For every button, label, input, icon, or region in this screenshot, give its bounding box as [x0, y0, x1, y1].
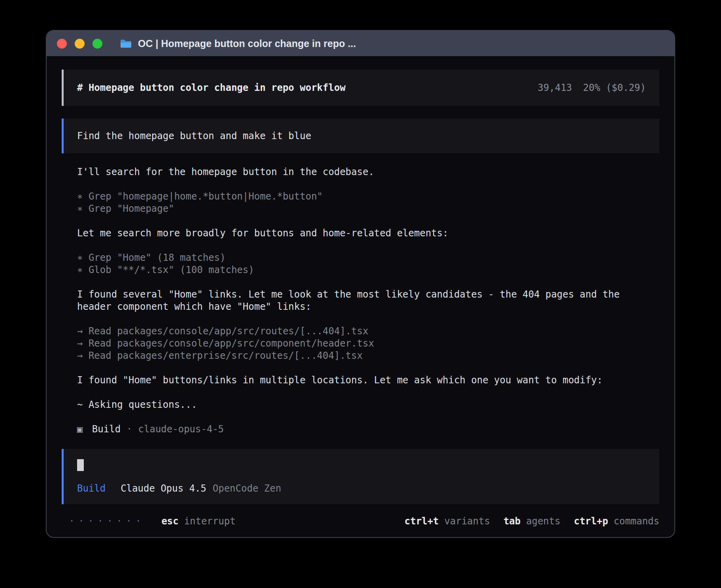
agent-status-icon: ▣ — [77, 423, 83, 435]
user-message-text: Find the homepage button and make it blu… — [77, 130, 311, 141]
traffic-lights — [57, 39, 102, 49]
shortcut-label: variants — [444, 516, 490, 527]
provider-label: OpenCode Zen — [213, 483, 281, 494]
close-button[interactable] — [57, 39, 67, 49]
tool-call-group: ∗ Grep "Home" (18 matches) ∗ Glob "**/*.… — [77, 252, 659, 276]
prompt-input[interactable]: Build Claude Opus 4.5 OpenCode Zen — [62, 449, 659, 504]
assistant-text: I found "Home" buttons/links in multiple… — [77, 374, 659, 386]
session-header: # Homepage button color change in repo w… — [62, 70, 659, 106]
shortcut-key: ctrl+p — [574, 516, 608, 527]
text-cursor — [77, 459, 84, 471]
tool-call-grep: ∗ Grep "Home" (18 matches) — [77, 252, 659, 264]
tool-call-glob: ∗ Glob "**/*.tsx" (100 matches) — [77, 264, 659, 276]
session-stats: 39,413 20% ($0.29) — [538, 82, 646, 93]
assistant-text: I'll search for the homepage button in t… — [77, 166, 659, 178]
agent-status-line: ▣ Build · claude-opus-4-5 — [77, 423, 659, 435]
zoom-button[interactable] — [92, 39, 102, 49]
assistant-text: Let me search more broadly for buttons a… — [77, 227, 659, 239]
minimize-button[interactable] — [75, 39, 85, 49]
shortcut-commands[interactable]: ctrl+p commands — [574, 516, 659, 527]
context-usage: 20% ($0.29) — [583, 82, 646, 93]
transcript: I'll search for the homepage button in t… — [62, 166, 659, 435]
shortcut-variants[interactable]: ctrl+t variants — [404, 516, 490, 527]
model-label[interactable]: Claude Opus 4.5 — [121, 483, 206, 494]
agent-name: Build — [92, 423, 121, 435]
folder-icon — [120, 39, 132, 49]
shortcut-label: commands — [613, 516, 659, 527]
tool-call-read: → Read packages/console/app/src/componen… — [77, 337, 659, 350]
status-left: ········ esc interrupt — [69, 515, 236, 527]
shortcut-interrupt[interactable]: esc interrupt — [161, 516, 235, 527]
shortcut-label: interrupt — [184, 516, 236, 527]
tool-call-group: → Read packages/console/app/src/routes/[… — [77, 325, 659, 362]
agent-separator: · — [126, 423, 132, 435]
shortcut-agents[interactable]: tab agents — [504, 516, 561, 527]
terminal-content: # Homepage button color change in repo w… — [47, 56, 674, 537]
assistant-status: ~ Asking questions... — [77, 399, 659, 411]
tool-call-grep: ∗ Grep "Homepage" — [77, 203, 659, 215]
terminal-window: OC | Homepage button color change in rep… — [46, 30, 675, 538]
shortcut-key: esc — [161, 516, 178, 527]
shortcut-key: tab — [504, 516, 521, 527]
title-group: OC | Homepage button color change in rep… — [120, 38, 356, 49]
assistant-text: I found several "Home" links. Let me loo… — [77, 288, 659, 313]
session-title: # Homepage button color change in repo w… — [77, 82, 345, 93]
agent-mode-label[interactable]: Build — [77, 483, 106, 494]
tool-call-read: → Read packages/console/app/src/routes/[… — [77, 325, 659, 337]
titlebar[interactable]: OC | Homepage button color change in rep… — [47, 31, 674, 56]
window-title: OC | Homepage button color change in rep… — [138, 38, 356, 49]
tool-call-read: → Read packages/enterprise/src/routes/[.… — [77, 350, 659, 362]
tool-call-group: ∗ Grep "homepage|home.*button|Home.*butt… — [77, 190, 659, 215]
agent-model: claude-opus-4-5 — [138, 423, 224, 435]
user-message: Find the homepage button and make it blu… — [62, 119, 659, 153]
token-count: 39,413 — [538, 82, 572, 93]
shortcut-key: ctrl+t — [404, 516, 439, 527]
shortcut-label: agents — [526, 516, 561, 527]
spinner-dots: ········ — [69, 515, 145, 527]
tool-call-grep: ∗ Grep "homepage|home.*button|Home.*butt… — [77, 190, 659, 203]
input-meta: Build Claude Opus 4.5 OpenCode Zen — [77, 483, 646, 494]
status-bar: ········ esc interrupt ctrl+t variants t… — [62, 515, 659, 527]
status-right: ctrl+t variants tab agents ctrl+p comman… — [404, 516, 659, 527]
